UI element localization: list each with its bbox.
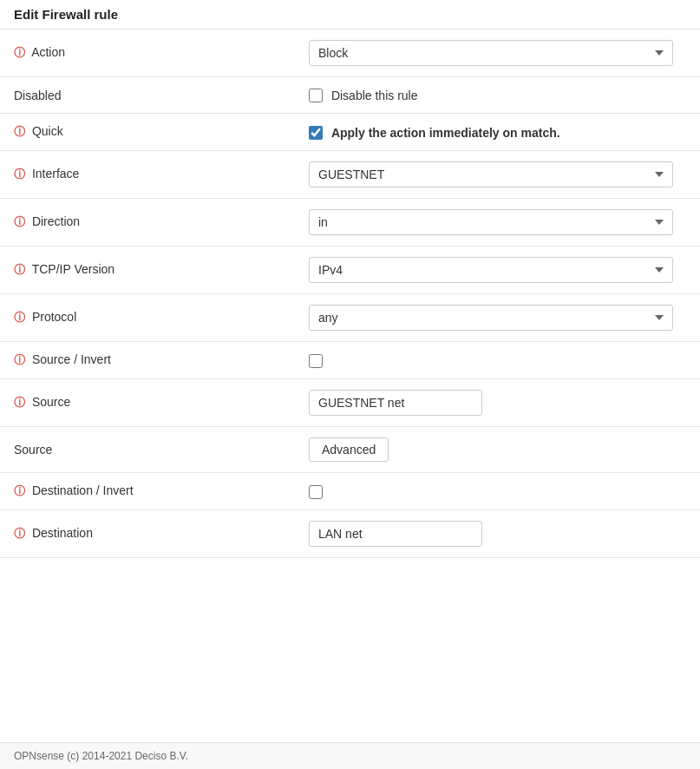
interface-label: Interface bbox=[32, 167, 79, 181]
disabled-row: Disabled Disable this rule bbox=[0, 77, 700, 114]
destination-invert-control-cell bbox=[295, 473, 700, 510]
source-invert-control-cell bbox=[295, 342, 700, 379]
protocol-info-icon: ⓘ bbox=[14, 311, 25, 324]
destination-dropdown-row: LAN net any GUESTNET net bbox=[309, 521, 686, 547]
source-control-cell: GUESTNET net any LAN net bbox=[295, 379, 700, 427]
direction-control-cell: in out any bbox=[295, 199, 700, 246]
source-advanced-label-cell: Source bbox=[0, 427, 295, 473]
page-title: Edit Firewall rule bbox=[14, 7, 118, 22]
action-control-cell: Block Pass Reject bbox=[295, 30, 700, 77]
destination-invert-info-icon: ⓘ bbox=[14, 484, 25, 497]
quick-label: Quick bbox=[32, 124, 63, 138]
source-advanced-row: Source Advanced bbox=[0, 427, 700, 473]
disabled-checkbox[interactable] bbox=[309, 89, 323, 102]
destination-label: Destination bbox=[32, 526, 93, 540]
protocol-label-cell: ⓘ Protocol bbox=[0, 294, 295, 342]
interface-select[interactable]: GUESTNET LAN WAN bbox=[309, 161, 673, 187]
quick-label-cell: ⓘ Quick bbox=[0, 114, 295, 151]
action-label-cell: ⓘ Action bbox=[0, 30, 295, 77]
direction-row: ⓘ Direction in out any bbox=[0, 199, 700, 246]
tcpip-select[interactable]: IPv4 IPv6 IPv4+IPv6 bbox=[309, 257, 673, 283]
direction-label: Direction bbox=[32, 214, 80, 228]
protocol-label: Protocol bbox=[32, 310, 76, 324]
source-advanced-label: Source bbox=[14, 443, 52, 457]
source-row: ⓘ Source GUESTNET net any LAN net bbox=[0, 379, 700, 427]
destination-select[interactable]: LAN net any GUESTNET net bbox=[309, 521, 482, 547]
destination-invert-row: ⓘ Destination / Invert bbox=[0, 473, 700, 510]
direction-label-cell: ⓘ Direction bbox=[0, 199, 295, 246]
source-label: Source bbox=[32, 395, 70, 409]
protocol-select[interactable]: any TCP UDP TCP/UDP ICMP bbox=[309, 305, 673, 331]
destination-info-icon: ⓘ bbox=[14, 527, 25, 540]
protocol-control-cell: any TCP UDP TCP/UDP ICMP bbox=[295, 294, 700, 342]
page-header: Edit Firewall rule bbox=[0, 0, 700, 30]
destination-invert-label-cell: ⓘ Destination / Invert bbox=[0, 473, 295, 510]
quick-control-cell: Apply the action immediately on match. bbox=[295, 114, 700, 151]
disabled-control-cell: Disable this rule bbox=[295, 77, 700, 114]
source-advanced-control-cell: Advanced bbox=[295, 427, 700, 473]
interface-info-icon: ⓘ bbox=[14, 168, 25, 181]
quick-info-icon: ⓘ bbox=[14, 125, 25, 138]
source-invert-checkbox[interactable] bbox=[309, 354, 323, 368]
source-dropdown-row: GUESTNET net any LAN net bbox=[309, 390, 686, 416]
source-invert-row: ⓘ Source / Invert bbox=[0, 342, 700, 379]
quick-checkbox[interactable] bbox=[309, 126, 323, 140]
disabled-label-cell: Disabled bbox=[0, 77, 295, 114]
action-label: Action bbox=[31, 45, 65, 59]
footer: OPNsense (c) 2014-2021 Deciso B.V. bbox=[0, 742, 700, 769]
disabled-checkbox-label: Disable this rule bbox=[331, 89, 418, 102]
interface-row: ⓘ Interface GUESTNET LAN WAN bbox=[0, 151, 700, 199]
source-invert-label-cell: ⓘ Source / Invert bbox=[0, 342, 295, 379]
interface-control-cell: GUESTNET LAN WAN bbox=[295, 151, 700, 199]
destination-invert-label: Destination / Invert bbox=[32, 483, 134, 497]
tcpip-label: TCP/IP Version bbox=[32, 262, 114, 276]
destination-row: ⓘ Destination LAN net any GUESTNET net bbox=[0, 510, 700, 558]
direction-info-icon: ⓘ bbox=[14, 215, 25, 228]
source-label-cell: ⓘ Source bbox=[0, 379, 295, 427]
direction-select[interactable]: in out any bbox=[309, 209, 673, 235]
tcpip-label-cell: ⓘ TCP/IP Version bbox=[0, 246, 295, 294]
source-advanced-button[interactable]: Advanced bbox=[309, 437, 389, 462]
protocol-row: ⓘ Protocol any TCP UDP TCP/UDP ICMP bbox=[0, 294, 700, 342]
destination-invert-checkbox[interactable] bbox=[309, 485, 323, 499]
action-info-icon: ⓘ bbox=[14, 46, 25, 59]
tcpip-row: ⓘ TCP/IP Version IPv4 IPv6 IPv4+IPv6 bbox=[0, 246, 700, 294]
tcpip-info-icon: ⓘ bbox=[14, 263, 25, 276]
source-invert-info-icon: ⓘ bbox=[14, 353, 25, 366]
quick-checkbox-label: Apply the action immediately on match. bbox=[331, 126, 560, 140]
action-select[interactable]: Block Pass Reject bbox=[309, 40, 673, 66]
source-select[interactable]: GUESTNET net any LAN net bbox=[309, 390, 482, 416]
source-info-icon: ⓘ bbox=[14, 396, 25, 409]
source-invert-label: Source / Invert bbox=[32, 352, 111, 366]
form-table: ⓘ Action Block Pass Reject Disabled Disa… bbox=[0, 30, 700, 558]
disabled-label: Disabled bbox=[14, 89, 61, 102]
destination-control-cell: LAN net any GUESTNET net bbox=[295, 510, 700, 558]
footer-text: OPNsense (c) 2014-2021 Deciso B.V. bbox=[14, 750, 188, 762]
tcpip-control-cell: IPv4 IPv6 IPv4+IPv6 bbox=[295, 246, 700, 294]
destination-label-cell: ⓘ Destination bbox=[0, 510, 295, 558]
interface-label-cell: ⓘ Interface bbox=[0, 151, 295, 199]
quick-row: ⓘ Quick Apply the action immediately on … bbox=[0, 114, 700, 151]
action-row: ⓘ Action Block Pass Reject bbox=[0, 30, 700, 77]
